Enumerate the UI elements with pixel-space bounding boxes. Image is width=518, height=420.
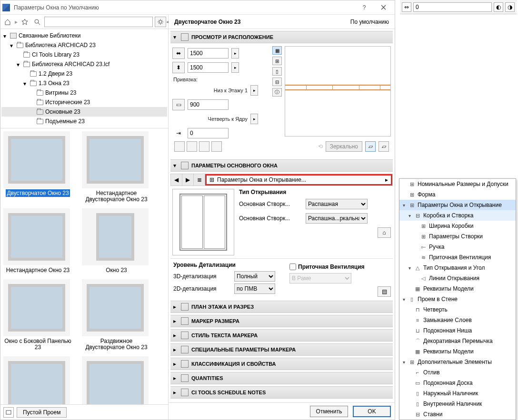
thumb-item[interactable] <box>82 356 151 404</box>
preview-mode-3[interactable]: ▯ <box>272 67 282 76</box>
popup-item[interactable]: ≋Приточная Вентиляция <box>399 252 516 263</box>
detail-2d-select[interactable]: по ПМВ <box>234 283 275 294</box>
popup-item[interactable]: ⊞Параметры Створки <box>399 231 516 242</box>
popup-item[interactable]: ⊞Номинальные Размеры и Допуски <box>399 179 516 189</box>
mirror-button[interactable]: Зеркально <box>326 141 362 152</box>
height-more[interactable]: ▸ <box>231 62 239 73</box>
sash1-select[interactable]: Распашная <box>306 199 368 209</box>
favorite-button[interactable] <box>20 17 30 27</box>
ventilation-check[interactable]: Приточная Вентиляция <box>289 264 391 270</box>
thumb-item[interactable]: Двустворчатое Окно 23 <box>3 131 72 203</box>
settings-button[interactable] <box>155 17 166 27</box>
section-marker-header[interactable]: ▸МАРКЕР РАЗМЕРА <box>170 315 393 327</box>
popup-item[interactable]: ▾▯Проем в Стене <box>399 294 516 304</box>
search-button[interactable] <box>32 17 42 27</box>
section-textstyle-header[interactable]: ▸СТИЛЬ ТЕКСТА МАРКЕРА <box>170 329 393 342</box>
reveal-more[interactable]: ▸ <box>250 114 258 124</box>
bg-value-input[interactable] <box>413 2 492 12</box>
popup-item[interactable]: ▭Подоконная Доска <box>399 378 516 388</box>
popup-item[interactable]: ⊞Ширина Коробки <box>399 221 516 231</box>
preview-mode-5[interactable]: ⓘ <box>272 88 282 97</box>
section-plan-header[interactable]: ▸ПЛАН ЭТАЖА И РАЗРЕЗ <box>170 301 393 313</box>
section-preview-header[interactable]: ▾ ПРОСМОТР И РАСПОЛОЖЕНИЕ <box>170 31 393 43</box>
anchor-btn-1[interactable] <box>174 141 185 152</box>
popup-item[interactable]: ⟜Ручка <box>399 242 516 252</box>
vent-extra-button[interactable]: ▤ <box>378 286 391 297</box>
section-quantities-header[interactable]: ▸QUANTITIES <box>170 372 393 384</box>
thumb-item[interactable] <box>3 356 72 404</box>
tree-item[interactable]: CI Tools Library 23 <box>1 50 167 59</box>
popup-item[interactable]: ⊟Ставни <box>399 409 516 420</box>
anchor-btn-2[interactable] <box>187 141 197 152</box>
popup-item[interactable]: ▦Реквизиты Модели <box>399 283 516 294</box>
anchor-btn-3[interactable] <box>199 141 209 152</box>
thumb-item[interactable]: Нестандартное Окно 23 <box>3 208 72 273</box>
close-button[interactable] <box>374 1 393 14</box>
help-button[interactable]: ? <box>355 1 374 14</box>
ok-button[interactable]: OK <box>353 406 391 417</box>
nav-prev[interactable]: ◀ <box>171 174 182 186</box>
detail-3d-select[interactable]: Полный <box>234 271 275 282</box>
tree-root[interactable]: ▾Связанные Библиотеки <box>1 31 167 40</box>
nav-next[interactable]: ▶ <box>182 174 194 186</box>
section-special-header[interactable]: ▸СПЕЦИАЛЬНЫЕ ПАРАМЕТРЫ МАРКЕРА <box>170 343 393 356</box>
preview-mode-4[interactable]: ⊟ <box>272 78 282 86</box>
param-page-popup[interactable]: ⊞Номинальные Размеры и Допуски ⊞Форма ▾⊞… <box>399 178 516 420</box>
popup-item[interactable]: ⊔Подоконная Ниша <box>399 325 516 336</box>
thumb-preview <box>82 208 149 265</box>
collapse-handle[interactable]: ◂ <box>165 18 169 25</box>
reveal-input[interactable] <box>188 128 229 138</box>
anchor-btn-4[interactable] <box>211 141 222 152</box>
ventilation-checkbox[interactable] <box>289 264 296 270</box>
thumb-item[interactable]: Раздвижное Двустворчатое Окно 23 <box>82 279 151 351</box>
popup-item[interactable]: ◁Линии Открывания <box>399 273 516 283</box>
popup-item[interactable]: ⊓Четверть <box>399 304 516 315</box>
popup-item[interactable]: ▦Реквизиты Модели <box>399 346 516 357</box>
opening-extra-button[interactable]: ⌂ <box>378 227 391 238</box>
section-main-header[interactable]: ▾ ПАРАМЕТРЫ ОСНОВНОГО ОКНА <box>170 159 393 172</box>
cancel-button[interactable]: Отменить <box>310 406 348 417</box>
section-icon <box>181 162 189 169</box>
thumb-item[interactable]: Окно 23 <box>82 208 151 273</box>
popup-item[interactable]: ≡Замыкание Слоев <box>399 315 516 325</box>
tree-item[interactable]: ▾Библиотека ARCHICAD 23.lcf <box>1 59 167 69</box>
tree-item[interactable]: ▾Библиотека ARCHICAD 23 <box>1 40 167 50</box>
settings-scroll[interactable]: ▾ ПРОСМОТР И РАСПОЛОЖЕНИЕ ⬌ ▸ <box>169 29 395 402</box>
popup-item[interactable]: ▯Внутренний Наличник <box>399 399 516 409</box>
width-input[interactable] <box>188 48 229 59</box>
popup-item[interactable]: ▾△Тип Открывания и Угол <box>399 263 516 273</box>
empty-opening-button[interactable]: Пустой Проем <box>17 407 67 418</box>
tree-item[interactable]: 1.2 Двери 23 <box>1 69 167 78</box>
sill-story-more[interactable]: ▸ <box>250 85 258 96</box>
section-class-header[interactable]: ▸КЛАССИФИКАЦИЯ И СВОЙСТВА <box>170 358 393 370</box>
popup-item[interactable]: ⌐Отлив <box>399 367 516 378</box>
popup-item[interactable]: ▾⊟Коробка и Створка <box>399 210 516 221</box>
nav-list[interactable]: ≣ <box>194 174 205 186</box>
popup-item[interactable]: ▯Наружный Наличник <box>399 388 516 399</box>
empty-opening-icon[interactable] <box>3 407 14 418</box>
param-page-button[interactable]: ⊞ Параметры Окна и Открывание... ▸ <box>205 174 392 186</box>
thumb-item[interactable]: Окно с Боковой Панелью 23 <box>3 279 72 351</box>
orient-btn-2[interactable]: ▱ <box>379 141 389 152</box>
tree-item[interactable]: ▾1.3 Окна 23 <box>1 78 167 88</box>
tree-item[interactable]: Подъемные 23 <box>1 117 167 126</box>
tree-item-selected[interactable]: Основные 23 <box>1 107 167 117</box>
popup-item[interactable]: ▾⊞Дополнительные Элементы <box>399 357 516 367</box>
preview-mode-2[interactable]: ⊞ <box>272 57 282 65</box>
tree-item[interactable]: Витрины 23 <box>1 88 167 98</box>
section-ci-header[interactable]: ▸CI TOOLS SCHEDULE NOTES <box>170 386 393 399</box>
orient-btn-1[interactable]: ▱ <box>365 141 376 152</box>
sash2-select[interactable]: Распашна...ркальная <box>306 213 368 224</box>
sill-input[interactable] <box>188 99 229 110</box>
popup-item[interactable]: ⌒Декоративная Перемычка <box>399 336 516 346</box>
thumb-item[interactable]: Нестандартное Двустворчатое Окно 23 <box>82 131 151 203</box>
popup-item[interactable]: ⊞Форма <box>399 189 516 200</box>
tree-item[interactable]: Исторические 23 <box>1 98 167 107</box>
library-tree[interactable]: ▾Связанные Библиотеки ▾Библиотека ARCHIC… <box>0 29 168 128</box>
preview-mode-1[interactable]: ▦ <box>272 46 282 55</box>
popup-item-selected[interactable]: ▾⊞Параметры Окна и Открывание <box>399 200 516 210</box>
home-button[interactable] <box>2 17 13 27</box>
width-more[interactable]: ▸ <box>231 48 239 59</box>
height-input[interactable] <box>188 62 229 73</box>
search-input[interactable] <box>44 17 153 27</box>
